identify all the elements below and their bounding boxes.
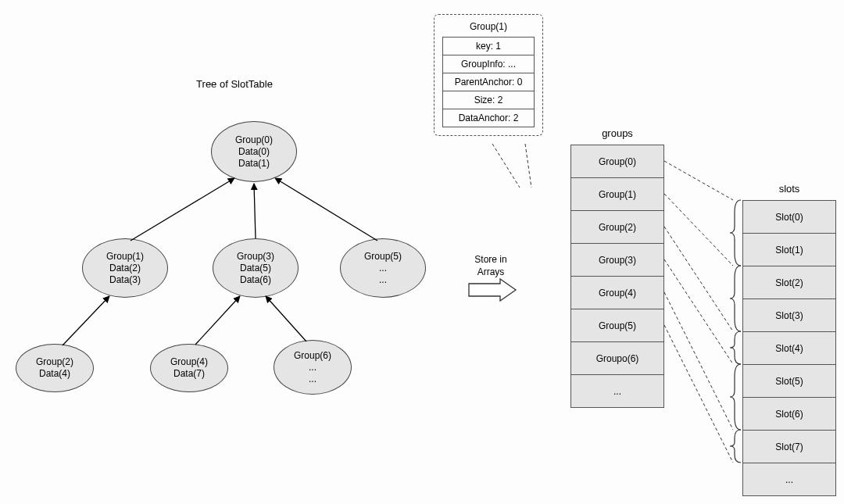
label-line: Store in xyxy=(474,254,506,265)
svg-line-3 xyxy=(63,296,109,345)
slots-row: Slot(5) xyxy=(743,365,835,398)
tree-node-group6: Group(6) ... ... xyxy=(274,340,352,395)
svg-line-6 xyxy=(492,144,520,188)
callout-group1: Group(1) key: 1 GroupInfo: ... ParentAnc… xyxy=(434,14,543,136)
groups-row: Group(3) xyxy=(571,244,663,277)
groups-row: ... xyxy=(571,375,663,408)
svg-line-12 xyxy=(664,292,733,430)
node-line: Group(4) xyxy=(170,356,208,368)
svg-line-10 xyxy=(664,227,733,331)
svg-line-7 xyxy=(525,144,531,188)
groups-row: Group(1) xyxy=(571,178,663,211)
svg-line-5 xyxy=(266,296,306,341)
tree-title: Tree of SlotTable xyxy=(180,78,289,90)
callout-title: Group(1) xyxy=(442,21,535,32)
node-line: Group(5) xyxy=(364,251,402,263)
node-line: ... xyxy=(379,263,387,274)
node-line: Group(1) xyxy=(106,251,144,263)
tree-node-group1: Group(1) Data(2) Data(3) xyxy=(82,238,168,298)
svg-line-1 xyxy=(254,184,256,238)
tree-node-group3: Group(3) Data(5) Data(6) xyxy=(213,238,299,298)
tree-node-group4: Group(4) Data(7) xyxy=(150,344,228,392)
hollow-arrow-icon xyxy=(469,279,516,301)
slots-title: slots xyxy=(742,183,836,195)
svg-line-2 xyxy=(275,178,377,241)
node-line: Data(2) xyxy=(109,263,141,274)
groups-row: Group(2) xyxy=(571,211,663,244)
node-line: Group(2) xyxy=(36,356,73,368)
groups-title: groups xyxy=(570,127,664,139)
groups-row: Groupo(6) xyxy=(571,342,663,375)
callout-row: ParentAnchor: 0 xyxy=(443,73,534,91)
groups-table: Group(0) Group(1) Group(2) Group(3) Grou… xyxy=(570,145,664,408)
node-line: ... xyxy=(309,362,316,374)
slots-row: Slot(0) xyxy=(743,201,835,234)
node-line: Group(3) xyxy=(237,251,274,263)
groups-row: Group(0) xyxy=(571,145,663,178)
callout-row: Size: 2 xyxy=(443,91,534,109)
callout-row: GroupInfo: ... xyxy=(443,55,534,73)
node-line: ... xyxy=(309,374,316,385)
store-in-arrays-label: Store in Arrays xyxy=(467,254,514,278)
node-line: Data(4) xyxy=(39,368,70,380)
slots-row: Slot(7) xyxy=(743,431,835,463)
node-line: Group(0) xyxy=(235,134,273,146)
tree-node-group0: Group(0) Data(0) Data(1) xyxy=(211,121,297,182)
svg-line-8 xyxy=(664,161,733,200)
tree-node-group2: Group(2) Data(4) xyxy=(16,344,94,392)
svg-line-9 xyxy=(664,194,733,266)
svg-line-11 xyxy=(664,259,733,364)
slots-row: Slot(1) xyxy=(743,234,835,266)
node-line: Data(7) xyxy=(173,368,205,380)
slots-row: Slot(3) xyxy=(743,299,835,332)
svg-line-0 xyxy=(131,178,234,241)
slots-row: Slot(4) xyxy=(743,332,835,365)
label-line: Arrays xyxy=(477,266,505,277)
node-line: ... xyxy=(379,274,387,286)
callout-row: DataAnchor: 2 xyxy=(443,109,534,127)
node-line: Data(3) xyxy=(109,274,141,286)
slots-row: Slot(6) xyxy=(743,398,835,431)
slots-table: Slot(0) Slot(1) Slot(2) Slot(3) Slot(4) … xyxy=(742,200,836,496)
groups-row: Group(4) xyxy=(571,277,663,309)
svg-line-4 xyxy=(195,296,240,345)
slots-row: ... xyxy=(743,463,835,496)
tree-node-group5: Group(5) ... ... xyxy=(340,238,426,298)
node-line: Data(1) xyxy=(238,158,270,170)
svg-line-13 xyxy=(664,325,733,463)
node-line: Group(6) xyxy=(294,350,331,362)
node-line: Data(5) xyxy=(240,263,271,274)
slots-row: Slot(2) xyxy=(743,266,835,299)
groups-row: Group(5) xyxy=(571,309,663,342)
node-line: Data(0) xyxy=(238,146,270,158)
callout-row: key: 1 xyxy=(443,38,534,55)
node-line: Data(6) xyxy=(240,274,271,286)
